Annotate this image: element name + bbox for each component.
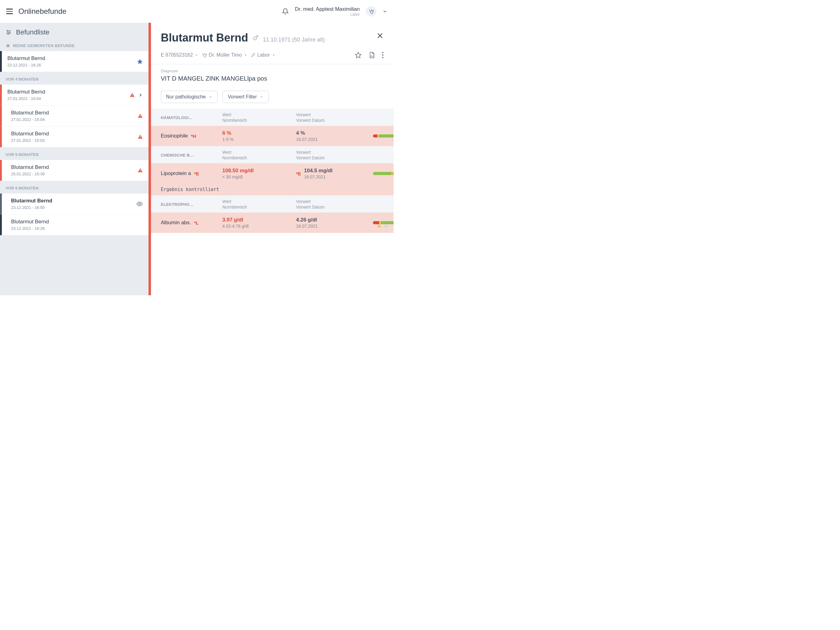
svg-rect-12	[140, 117, 141, 117]
male-icon	[253, 35, 259, 41]
bell-icon[interactable]	[282, 8, 289, 15]
warning-icon	[129, 92, 135, 98]
order-id-dropdown[interactable]: E 8705523162	[161, 52, 198, 58]
chevron-down-icon	[260, 95, 264, 99]
pdf-icon[interactable]: PDF	[368, 52, 375, 59]
filter-vorwert[interactable]: Vorwert Filter	[223, 91, 269, 103]
filter-pathological[interactable]: Nur pathologische	[161, 91, 218, 103]
svg-rect-11	[140, 115, 141, 117]
item-date: 23.12.2021 - 16:26	[11, 226, 143, 231]
svg-marker-22	[196, 55, 197, 56]
user-name: Dr. med. Apptest Maximilian	[295, 6, 360, 12]
item-date: 27.01.2022 - 15:04	[11, 117, 143, 122]
result-norm: < 30 mg/dl	[222, 174, 296, 179]
item-name: Blutarmut Bernd	[11, 131, 143, 137]
detail-panel: Blutarmut Bernd 11.10.1971 (50 Jahre alt…	[148, 23, 393, 295]
star-outline-icon[interactable]	[355, 52, 362, 59]
svg-rect-10	[132, 96, 133, 97]
stethoscope-button[interactable]	[366, 6, 376, 17]
stethoscope-icon	[201, 52, 207, 58]
svg-rect-14	[140, 138, 141, 138]
dept-dropdown[interactable]: Labor	[251, 52, 275, 58]
list-item[interactable]: Blutarmut Bernd 23.12.2021 - 16:55	[0, 193, 148, 214]
svg-point-23	[206, 54, 207, 55]
category-header: CHEMISCHE B… WertNormbereich VorwertVorw…	[151, 146, 393, 163]
item-date: 27.01.2022 - 15:04	[7, 96, 143, 101]
list-item[interactable]: Blutarmut Bernd 27.01.2022 - 15:04	[0, 106, 148, 127]
svg-rect-9	[132, 94, 133, 96]
svg-rect-15	[140, 169, 141, 171]
item-name: Blutarmut Bernd	[11, 164, 143, 171]
result-row[interactable]: Albumin abs. *L 3.97 g/dl4.02-4.76 g/dl …	[151, 212, 393, 233]
result-value: 6 %	[222, 130, 296, 136]
list-item[interactable]: Blutarmut Bernd 25.01.2022 - 15:39	[0, 160, 148, 181]
star-icon	[6, 43, 11, 48]
caret-down-icon	[244, 53, 248, 57]
menu-icon[interactable]	[6, 8, 13, 15]
result-name: Eosinophile	[161, 133, 188, 139]
result-name: Albumin abs.	[161, 220, 191, 226]
result-norm: 4.02-4.76 g/dl	[222, 224, 296, 229]
category-name: CHEMISCHE B…	[161, 153, 222, 157]
sliders-icon[interactable]	[6, 29, 12, 35]
result-row[interactable]: Lipoprotein a *E 108.50 mg/dl< 30 mg/dl …	[151, 163, 393, 184]
chevron-right-icon	[138, 93, 143, 98]
result-flag: *L	[194, 220, 199, 225]
pencil-icon	[251, 52, 256, 57]
user-block[interactable]: Dr. med. Apptest Maximilian Labor	[295, 6, 360, 17]
result-row[interactable]: Eosinophile *H 6 %1-5 % 4 %16.07.2021	[151, 126, 393, 146]
list-item[interactable]: Blutarmut Bernd 23.12.2021 - 16:26	[0, 51, 148, 72]
sidebar-title: Befundliste	[16, 28, 49, 36]
caret-down-icon	[195, 53, 198, 57]
svg-point-30	[382, 57, 384, 58]
prev-value: 104.5 mg/dl	[304, 168, 333, 174]
range-graph	[373, 171, 393, 176]
svg-point-5	[9, 32, 10, 33]
item-date: 27.01.2022 - 15:03	[11, 138, 143, 143]
result-norm: 1-5 %	[222, 137, 296, 142]
svg-line-19	[256, 36, 258, 38]
item-date: 25.01.2022 - 15:39	[11, 172, 143, 176]
diagnosis-label: Diagnose	[161, 69, 384, 73]
result-name: Lipoprotein a	[161, 171, 191, 177]
result-flag: *H	[191, 133, 196, 139]
close-icon[interactable]	[376, 32, 384, 40]
chevron-down-icon[interactable]	[382, 9, 387, 14]
chevron-down-icon	[209, 95, 212, 99]
category-name: HÄMATOLOGI…	[161, 116, 222, 120]
diagnosis-block: Diagnose VIT D MANGEL ZINK MANGELlpa pos	[151, 64, 393, 88]
svg-marker-24	[245, 55, 246, 56]
prev-date: 16.07.2021	[296, 224, 373, 229]
patient-name: Blutarmut Bernd	[161, 32, 248, 44]
svg-point-28	[382, 52, 384, 53]
svg-point-6	[8, 33, 9, 34]
star-filled-icon[interactable]	[137, 59, 143, 65]
list-item[interactable]: Blutarmut Bernd 27.01.2022 - 15:03	[0, 127, 148, 147]
result-value: 3.97 g/dl	[222, 217, 296, 223]
svg-marker-25	[273, 55, 275, 56]
result-flag: *E	[194, 171, 199, 176]
more-icon[interactable]	[382, 52, 384, 59]
item-date: 23.12.2021 - 16:26	[7, 63, 143, 67]
svg-rect-13	[140, 136, 141, 138]
item-name: Blutarmut Bernd	[7, 89, 143, 95]
eye-icon	[136, 201, 143, 207]
caret-down-icon	[272, 53, 275, 57]
section-header: VOR 4 MONATEN	[0, 72, 148, 85]
doctor-dropdown[interactable]: Dr. Müller Timo	[201, 52, 248, 58]
prev-value: 4 %	[296, 130, 373, 136]
list-item[interactable]: Blutarmut Bernd 27.01.2022 - 15:04	[0, 85, 148, 106]
range-graph	[373, 220, 393, 225]
svg-point-0	[373, 10, 374, 11]
section-header: VOR 6 MONATEN	[0, 181, 148, 193]
warning-icon	[137, 113, 143, 119]
item-name: Blutarmut Bernd	[11, 219, 143, 225]
item-name: Blutarmut Bernd	[7, 55, 143, 62]
category-header: HÄMATOLOGI… WertNormbereich VorwertVorwe…	[151, 109, 393, 126]
list-item[interactable]: Blutarmut Bernd 23.12.2021 - 16:26	[0, 214, 148, 235]
user-sub: Labor	[295, 12, 360, 17]
svg-point-4	[7, 30, 8, 31]
sidebar: Befundliste MEINE GEMERKTEN BEFUNDE Blut…	[0, 23, 148, 295]
patient-dob: 11.10.1971 (50 Jahre alt)	[263, 36, 325, 43]
item-date: 23.12.2021 - 16:55	[11, 205, 143, 210]
